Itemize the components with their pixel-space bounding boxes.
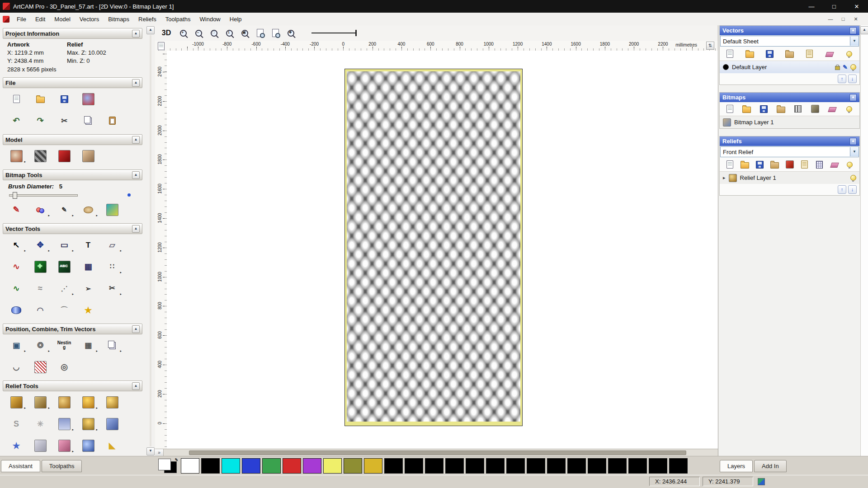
angle-relief-button[interactable]: ◣ [102,436,122,455]
flyout-icon[interactable]: ▸ [24,349,26,353]
toggle-all-bitmap-layers-button[interactable] [844,104,855,114]
new-relief-layer-button[interactable] [724,160,735,169]
menu-bitmaps[interactable]: Bitmaps [104,14,134,25]
project-information-header[interactable]: Project Information ▲ [3,28,142,39]
move-layer-down-button[interactable]: ↓ [848,75,857,83]
flyout-icon[interactable]: ▸ [120,349,122,353]
flyout-icon[interactable]: ▸ [48,406,50,410]
rotate-copy-button[interactable]: ❂▸ [30,336,50,354]
colour-swatch-11[interactable] [405,458,423,474]
open-vector-layer-button[interactable] [744,49,755,59]
colour-swatch-19[interactable] [567,458,586,474]
scroll-up-icon[interactable]: ▲ [146,26,155,34]
collapse-icon[interactable]: ▲ [132,171,140,179]
interactive-weave-button[interactable]: ✳ [30,415,50,433]
bitmap-layer-row[interactable]: Bitmap Layer 1 [720,116,859,128]
colour-swatch-4[interactable] [262,458,281,474]
create-rectangle-button[interactable]: ▭▸ [54,236,74,254]
flyout-icon[interactable]: ▸ [96,428,98,432]
export-vectors-button[interactable] [804,49,815,59]
freeform-curve-button[interactable]: ⌒ [54,301,74,319]
new-bitmap-layer-button[interactable] [724,104,735,114]
flyout-icon[interactable]: ▸ [48,349,50,353]
mdi-restore-button[interactable]: □ [840,16,846,22]
colour-swatch-21[interactable] [608,458,627,474]
slider-handle[interactable] [13,192,17,199]
envelope-distort-button[interactable] [30,436,50,455]
greyscale-preview-button[interactable] [30,147,50,165]
weld-vectors-button[interactable]: ◡ [6,358,26,376]
save-model-button[interactable] [54,90,74,108]
colour-swatch-23[interactable] [649,458,667,474]
dropdown-icon[interactable]: ▼ [850,147,859,156]
calculate-relief-button[interactable] [814,160,825,169]
bitmap-tools-header[interactable]: Bitmap Tools ▲ [3,169,142,180]
snap-grid-button[interactable]: ▦ [78,258,98,276]
colour-swatch-2[interactable] [222,458,240,474]
move-layer-down-button[interactable]: ↓ [848,185,857,194]
flyout-icon[interactable]: ▸ [96,349,98,353]
fan-relief-button[interactable]: ▸ [54,436,74,455]
flyout-icon[interactable]: ▸ [72,292,74,296]
zoom-one-to-one-button[interactable]: 1 [223,27,236,39]
flood-fill-button[interactable] [102,201,122,219]
import-bitmap-button[interactable] [776,104,787,114]
zoom-in-button[interactable]: + [177,27,189,39]
menu-edit[interactable]: Edit [31,14,50,25]
transform-vectors-button[interactable]: ✥▸ [30,236,50,254]
move-layer-up-button[interactable]: ↑ [838,185,846,194]
undo-button[interactable]: ↶ [6,112,26,130]
collapse-icon[interactable]: ▲ [849,94,857,101]
zoom-slider[interactable] [311,29,357,37]
flyout-icon[interactable]: ▸ [48,249,50,253]
colour-swatch-0[interactable] [181,458,199,474]
copy-button[interactable] [78,112,98,130]
open-model-button[interactable] [30,90,50,108]
dome-relief-button[interactable] [78,436,98,455]
delete-relief-layer-button[interactable] [829,160,840,169]
paint-button[interactable]: ✎ [6,201,26,219]
zoom-out-button[interactable]: − [192,27,205,39]
collapse-icon[interactable]: ▲ [132,382,140,390]
h-scrollbar-thumb[interactable] [189,450,686,455]
cut-button[interactable]: ✂ [54,112,74,130]
toggle-all-vector-layers-button[interactable] [844,49,855,59]
reliefs-panel-header[interactable]: Reliefs ▲ [720,136,859,146]
colour-swatch-10[interactable] [384,458,403,474]
scroll-down-icon[interactable]: ▼ [146,447,155,455]
add-in-tab[interactable]: Add In [754,460,787,472]
zoom-page-button[interactable] [269,27,282,39]
scrollbar-track[interactable] [150,35,151,446]
lock-layer-icon[interactable] [835,66,840,70]
flyout-icon[interactable]: ▸ [96,214,98,217]
draw-button[interactable]: ✎▸ [54,201,74,219]
edit-colour-icon[interactable]: ✎ [175,458,178,462]
create-polygon-button[interactable]: ▱▸ [102,236,122,254]
ruler-spin-button[interactable]: ⇅ [706,42,714,50]
sculpt-button[interactable]: ▸ [6,393,26,411]
position-combine-trim-header[interactable]: Position, Combine, Trim Vectors ▲ [3,324,142,334]
slider-track[interactable] [9,194,78,197]
wrap-relief-button[interactable] [102,415,122,433]
colour-swatch-20[interactable] [588,458,606,474]
trim-vectors-button[interactable]: ✂▸ [102,279,122,297]
fit-curve-button[interactable]: ≈ [30,279,50,297]
colour-shape-button[interactable] [54,147,74,165]
menu-vectors[interactable]: Vectors [75,14,104,25]
paste-button[interactable] [102,112,122,130]
relief-layer-row[interactable]: ▸ Relief Layer 1 [720,171,859,184]
colour-swatch-3[interactable] [242,458,260,474]
zoom-slider-handle[interactable] [355,30,357,36]
file-section-header[interactable]: File ▲ [3,77,142,88]
shape-editor-button[interactable] [54,393,74,411]
colour-swatch-24[interactable] [669,458,688,474]
adjust-levels-button[interactable] [793,104,803,114]
create-polyline-button[interactable]: ∿ [6,258,26,276]
close-button[interactable]: ✕ [845,0,868,13]
load-relief-button[interactable]: ▸ [6,147,26,165]
nesting-button[interactable]: Nesting [54,336,74,354]
colour-swatch-14[interactable] [466,458,484,474]
node-editing-button[interactable]: ✚ [30,258,50,276]
import-vectors-button[interactable] [784,49,795,59]
collapse-icon[interactable]: ▲ [132,225,140,233]
